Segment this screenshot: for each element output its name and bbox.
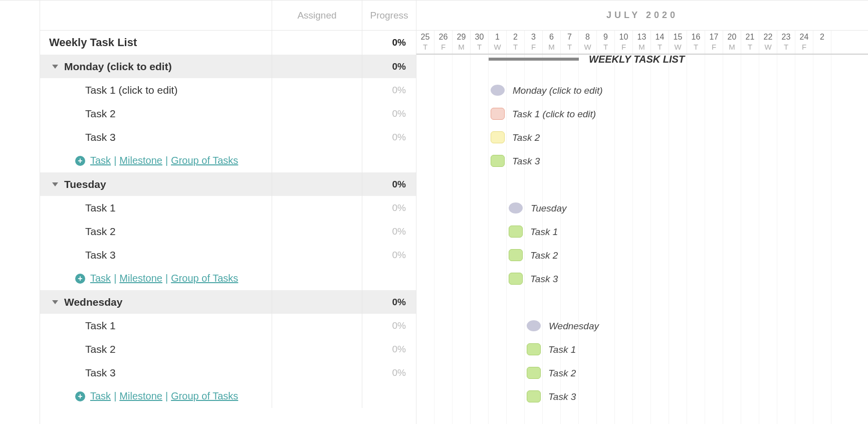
add-group-link[interactable]: Group of Tasks [171,273,238,284]
task-row[interactable]: Task 10% [40,314,416,337]
gantt-bar[interactable]: Task 1 [527,343,541,355]
day-column[interactable]: 23T [777,31,795,54]
task-row[interactable]: Task 20% [40,102,416,125]
project-summary-bar[interactable] [489,58,579,61]
add-row: + Task | Milestone | Group of Tasks [40,384,416,408]
group-row[interactable]: Monday (click to edit)0% [40,55,416,78]
day-column[interactable]: 16T [687,31,705,54]
project-summary-label: WEEKLY TASK LIST [589,54,685,65]
task-name[interactable]: Task 3 [85,131,116,143]
task-name[interactable]: Task 2 [85,343,116,355]
gantt-bar[interactable]: Task 1 [509,226,523,238]
add-task-link[interactable]: Task [90,390,111,402]
day-column[interactable]: 24F [795,31,813,54]
day-column[interactable]: 17F [705,31,723,54]
gantt-bar[interactable]: Task 2 [527,367,541,379]
task-row[interactable]: Task 30% [40,125,416,149]
add-group-link[interactable]: Group of Tasks [171,155,238,166]
day-column[interactable]: 7T [561,31,579,54]
task-name[interactable]: Task 1 [85,202,116,214]
task-name[interactable]: Task 2 [85,108,116,120]
day-letter: M [453,43,470,51]
day-column[interactable]: 29M [453,31,471,54]
day-number: 14 [651,33,669,42]
gantt-body[interactable]: WEEKLY TASK LISTMonday (click to edit)Ta… [416,55,868,424]
add-task-link[interactable]: Task [90,273,111,284]
separator: | [114,390,116,402]
task-row[interactable]: Task 10% [40,196,416,220]
day-column[interactable]: 30T [471,31,489,54]
gantt-bar-label: Task 2 [512,132,540,144]
task-row[interactable]: Task 20% [40,337,416,361]
task-name[interactable]: Task 3 [85,367,116,379]
day-column[interactable]: 26F [435,31,453,54]
day-number: 9 [597,33,614,42]
task-name[interactable]: Task 1 [85,320,116,332]
plus-icon[interactable]: + [75,156,85,166]
group-name[interactable]: Monday (click to edit) [64,61,172,73]
day-number: 6 [543,33,560,42]
day-column[interactable]: 15W [669,31,687,54]
task-name[interactable]: Task 2 [85,226,116,238]
gantt-bar[interactable]: Monday (click to edit) [491,85,505,96]
task-row[interactable]: Task 20% [40,220,416,243]
add-milestone-link[interactable]: Milestone [119,390,162,402]
task-name[interactable]: Task 1 (click to edit) [85,84,177,96]
day-letter: F [795,43,813,51]
gantt-bar-label: Task 3 [548,391,576,403]
day-number: 10 [615,33,632,42]
day-column[interactable]: 2T [507,31,525,54]
group-name[interactable]: Tuesday [64,178,106,190]
collapse-caret-icon[interactable] [52,182,58,186]
task-row[interactable]: Task 30% [40,243,416,267]
gantt-bar[interactable]: Task 1 (click to edit) [491,108,505,120]
project-row[interactable]: Weekly Task List0% [40,31,416,55]
group-row[interactable]: Wednesday0% [40,290,416,314]
day-column[interactable]: 20M [723,31,741,54]
day-letter: T [507,43,524,51]
day-column[interactable]: 9T [597,31,615,54]
add-task-link[interactable]: Task [90,155,111,166]
task-row[interactable]: Task 1 (click to edit)0% [40,78,416,102]
separator: | [165,155,168,166]
gantt-bar-label: Wednesday [549,320,599,332]
gantt-bar[interactable]: Tuesday [509,202,523,214]
add-group-link[interactable]: Group of Tasks [171,390,238,402]
day-column[interactable]: 6M [543,31,561,54]
day-column[interactable]: 1W [489,31,507,54]
gantt-bar[interactable]: Task 3 [527,390,541,402]
collapse-caret-icon[interactable] [52,300,58,304]
gantt-bar[interactable]: Task 3 [491,155,505,167]
day-column[interactable]: 2 [813,31,831,54]
day-column[interactable]: 3F [525,31,543,54]
day-column[interactable]: 8W [579,31,597,54]
day-column[interactable]: 21T [741,31,759,54]
day-column[interactable]: 14T [651,31,669,54]
project-name[interactable]: Weekly Task List [49,36,137,49]
col-assigned-header[interactable]: Assigned [272,1,362,30]
collapse-caret-icon[interactable] [52,65,58,69]
group-name[interactable]: Wednesday [64,296,122,308]
plus-icon[interactable]: + [75,391,85,401]
gantt-bar[interactable]: Task 2 [509,249,523,261]
separator: | [165,273,168,284]
plus-icon[interactable]: + [75,274,85,284]
gantt-bar[interactable]: Task 3 [509,273,523,285]
day-letter: T [597,43,614,51]
day-column[interactable]: 10F [615,31,633,54]
add-milestone-link[interactable]: Milestone [119,273,162,284]
gantt-bar-label: Task 1 (click to edit) [512,108,596,120]
task-row[interactable]: Task 30% [40,361,416,384]
gantt-bar[interactable]: Wednesday [527,320,541,331]
group-row[interactable]: Tuesday0% [40,172,416,196]
gantt-bar[interactable]: Task 2 [491,131,505,143]
add-milestone-link[interactable]: Milestone [119,155,162,166]
col-progress-header[interactable]: Progress [362,1,416,30]
add-row: + Task | Milestone | Group of Tasks [40,149,416,172]
task-name[interactable]: Task 3 [85,249,116,261]
day-column[interactable]: 22W [759,31,777,54]
day-column[interactable]: 25T [416,31,435,54]
day-column[interactable]: 13M [633,31,651,54]
day-letter: T [416,43,434,51]
timeline-panel[interactable]: JULY 2020 25T26F29M30T1W2T3F6M7T8W9T10F1… [416,1,868,424]
